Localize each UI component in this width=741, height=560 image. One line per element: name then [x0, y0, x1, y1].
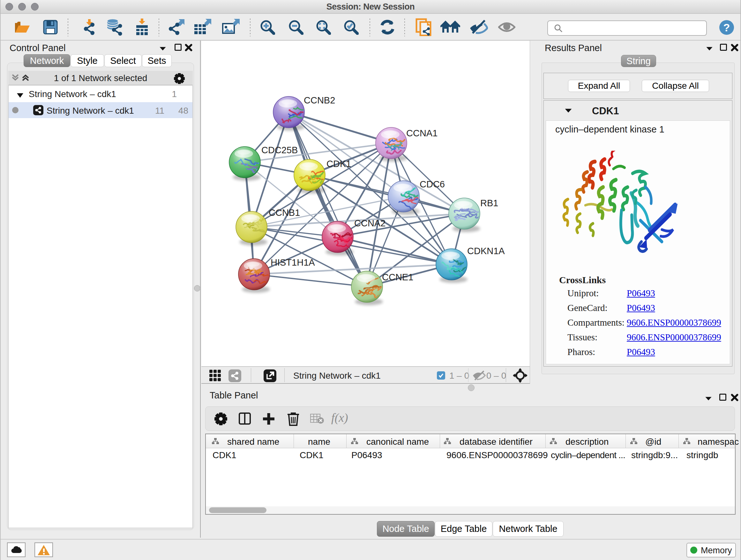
svg-text:CCNA2: CCNA2 [354, 218, 386, 228]
svg-text:CDC6: CDC6 [420, 179, 445, 189]
svg-text:CCNA1: CCNA1 [406, 128, 437, 138]
svg-text:RB1: RB1 [480, 198, 498, 208]
svg-text:CDKN1A: CDKN1A [467, 246, 505, 256]
svg-text:HIST1H1A: HIST1H1A [271, 257, 315, 267]
svg-text:CDK1: CDK1 [327, 159, 351, 169]
svg-text:CDC25B: CDC25B [261, 145, 298, 155]
svg-text:CCNB1: CCNB1 [269, 207, 300, 218]
svg-text:CCNB2: CCNB2 [304, 95, 335, 105]
svg-text:CCNE1: CCNE1 [382, 272, 413, 282]
